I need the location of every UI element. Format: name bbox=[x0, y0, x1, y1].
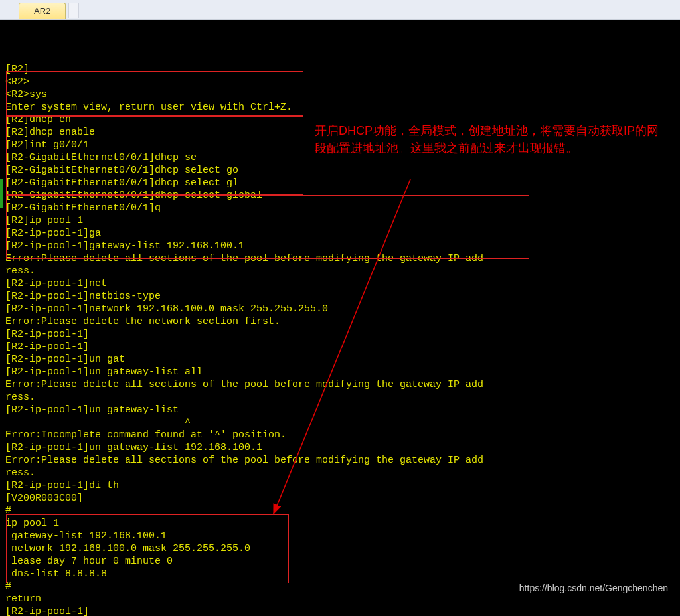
terminal-line: [R2-ip-pool-1]net bbox=[5, 277, 675, 290]
watermark: https://blog.csdn.net/Gengchenchen bbox=[519, 583, 668, 593]
terminal-line: [R2-ip-pool-1]un gateway-list all bbox=[5, 366, 675, 378]
terminal-line: ress. bbox=[5, 265, 675, 277]
tab-placeholder bbox=[68, 3, 79, 18]
terminal-line: [R2-GigabitEthernet0/0/1]q bbox=[5, 202, 675, 214]
annotation-text: 开启DHCP功能，全局模式，创建地址池，将需要自动获取IP的网段配置进地址池。这… bbox=[315, 122, 660, 157]
terminal-line: ^ bbox=[5, 416, 675, 429]
tab-ar2[interactable]: AR2 bbox=[19, 3, 66, 19]
terminal-line: [R2]ip pool 1 bbox=[5, 214, 675, 227]
terminal-line: Error:Please delete all sections of the … bbox=[5, 378, 675, 391]
terminal-line: [R2-GigabitEthernet0/0/1]dhcp select gl bbox=[5, 177, 675, 189]
terminal-line: [R2-GigabitEthernet0/0/1]dhcp select glo… bbox=[5, 189, 675, 202]
terminal-line: network 192.168.100.0 mask 255.255.255.0 bbox=[5, 542, 675, 555]
terminal[interactable]: [R2]<R2><R2>sysEnter system view, return… bbox=[0, 20, 680, 616]
terminal-line: [R2-ip-pool-1]network 192.168.100.0 mask… bbox=[5, 303, 675, 315]
terminal-line: Error:Please delete all sections of the … bbox=[5, 252, 675, 265]
terminal-line: Error:Incomplete command found at '^' po… bbox=[5, 429, 675, 441]
terminal-line: [R2-ip-pool-1]gateway-list 192.168.100.1 bbox=[5, 240, 675, 252]
terminal-line: lease day 7 hour 0 minute 0 bbox=[5, 555, 675, 568]
terminal-line: Error:Please delete all sections of the … bbox=[5, 454, 675, 467]
terminal-line: ress. bbox=[5, 467, 675, 479]
terminal-line: [R2-ip-pool-1]un gat bbox=[5, 353, 675, 366]
terminal-line: [R2-ip-pool-1]di th bbox=[5, 479, 675, 492]
terminal-line: # bbox=[5, 504, 675, 517]
terminal-line: [V200R003C00] bbox=[5, 492, 675, 504]
terminal-line: [R2] bbox=[5, 63, 675, 76]
terminal-line: dns-list 8.8.8.8 bbox=[5, 568, 675, 580]
terminal-line: return bbox=[5, 593, 675, 605]
terminal-line: Error:Please delete the network section … bbox=[5, 315, 675, 328]
terminal-line: [R2-ip-pool-1]un gateway-list 192.168.10… bbox=[5, 441, 675, 454]
terminal-line: [R2-ip-pool-1] bbox=[5, 328, 675, 341]
terminal-line: <R2> bbox=[5, 76, 675, 88]
terminal-line: [R2-ip-pool-1]ga bbox=[5, 227, 675, 240]
terminal-line: [R2-ip-pool-1] bbox=[5, 341, 675, 353]
terminal-line: ress. bbox=[5, 391, 675, 404]
terminal-line: [R2-GigabitEthernet0/0/1]dhcp select go bbox=[5, 164, 675, 177]
terminal-line: [R2-ip-pool-1] bbox=[5, 605, 675, 616]
terminal-line: [R2-ip-pool-1]un gateway-list bbox=[5, 404, 675, 416]
terminal-line: [R2-ip-pool-1]netbios-type bbox=[5, 290, 675, 303]
terminal-line: <R2>sys bbox=[5, 88, 675, 101]
terminal-line: gateway-list 192.168.100.1 bbox=[5, 530, 675, 542]
terminal-line: Enter system view, return user view with… bbox=[5, 101, 675, 114]
terminal-line: ip pool 1 bbox=[5, 517, 675, 530]
tab-bar: AR2 bbox=[0, 0, 680, 20]
